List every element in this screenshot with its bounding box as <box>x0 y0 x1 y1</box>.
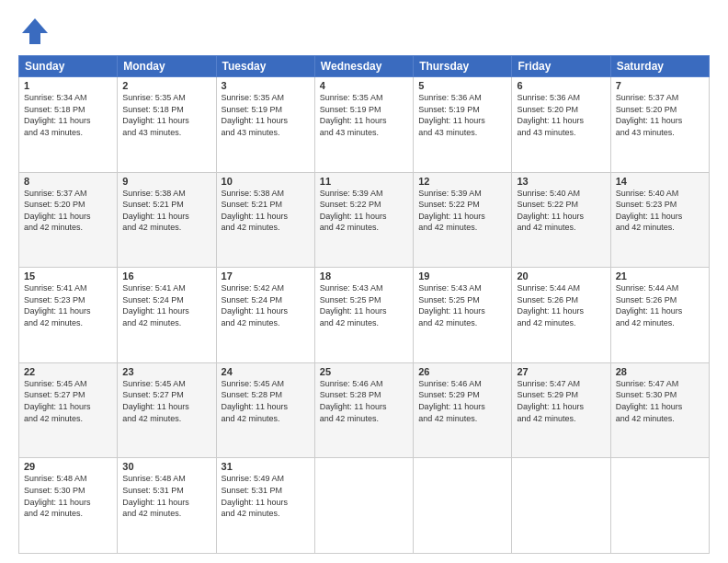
calendar-day-cell: 21Sunrise: 5:44 AM Sunset: 5:26 PM Dayli… <box>610 268 709 363</box>
calendar-day-cell: 29Sunrise: 5:48 AM Sunset: 5:30 PM Dayli… <box>19 458 118 554</box>
day-number: 17 <box>222 270 310 282</box>
day-number: 3 <box>222 80 310 91</box>
day-info: Sunrise: 5:41 AM Sunset: 5:24 PM Dayligh… <box>122 282 210 328</box>
day-info: Sunrise: 5:48 AM Sunset: 5:31 PM Dayligh… <box>122 473 210 519</box>
calendar-day-cell: 30Sunrise: 5:48 AM Sunset: 5:31 PM Dayli… <box>118 458 216 554</box>
calendar-day-cell: 13Sunrise: 5:40 AM Sunset: 5:22 PM Dayli… <box>512 172 610 268</box>
day-number: 19 <box>418 270 506 282</box>
day-info: Sunrise: 5:46 AM Sunset: 5:29 PM Dayligh… <box>418 378 506 424</box>
calendar-day-cell: 8Sunrise: 5:37 AM Sunset: 5:20 PM Daylig… <box>19 172 118 268</box>
logo-icon <box>18 15 51 48</box>
calendar-week-row: 15Sunrise: 5:41 AM Sunset: 5:23 PM Dayli… <box>19 268 710 363</box>
svg-marker-0 <box>22 18 48 44</box>
day-info: Sunrise: 5:38 AM Sunset: 5:21 PM Dayligh… <box>222 188 310 234</box>
day-info: Sunrise: 5:43 AM Sunset: 5:25 PM Dayligh… <box>320 282 408 328</box>
day-number: 14 <box>616 176 704 187</box>
day-info: Sunrise: 5:35 AM Sunset: 5:19 PM Dayligh… <box>320 92 408 138</box>
day-info: Sunrise: 5:49 AM Sunset: 5:31 PM Dayligh… <box>222 473 310 519</box>
calendar-day-cell: 31Sunrise: 5:49 AM Sunset: 5:31 PM Dayli… <box>216 458 314 554</box>
calendar-table: SundayMondayTuesdayWednesdayThursdayFrid… <box>18 55 710 554</box>
calendar-day-cell: 1Sunrise: 5:34 AM Sunset: 5:18 PM Daylig… <box>19 77 118 173</box>
day-number: 7 <box>616 80 704 91</box>
calendar-day-cell: 27Sunrise: 5:47 AM Sunset: 5:29 PM Dayli… <box>512 362 610 458</box>
day-info: Sunrise: 5:43 AM Sunset: 5:25 PM Dayligh… <box>418 282 506 328</box>
day-number: 28 <box>616 366 704 377</box>
day-number: 8 <box>24 176 112 187</box>
calendar-week-row: 22Sunrise: 5:45 AM Sunset: 5:27 PM Dayli… <box>19 362 710 458</box>
calendar-week-row: 29Sunrise: 5:48 AM Sunset: 5:30 PM Dayli… <box>19 458 710 554</box>
day-info: Sunrise: 5:45 AM Sunset: 5:27 PM Dayligh… <box>122 378 210 424</box>
calendar-day-cell <box>610 458 709 554</box>
calendar-day-cell: 4Sunrise: 5:35 AM Sunset: 5:19 PM Daylig… <box>314 77 413 173</box>
calendar-day-cell: 22Sunrise: 5:45 AM Sunset: 5:27 PM Dayli… <box>19 362 118 458</box>
day-number: 12 <box>418 176 506 187</box>
calendar-day-cell: 26Sunrise: 5:46 AM Sunset: 5:29 PM Dayli… <box>414 362 512 458</box>
calendar-day-cell: 24Sunrise: 5:45 AM Sunset: 5:28 PM Dayli… <box>216 362 314 458</box>
calendar-day-cell: 11Sunrise: 5:39 AM Sunset: 5:22 PM Dayli… <box>314 172 413 268</box>
day-info: Sunrise: 5:42 AM Sunset: 5:24 PM Dayligh… <box>222 282 310 328</box>
day-number: 26 <box>418 366 506 377</box>
calendar-day-cell: 15Sunrise: 5:41 AM Sunset: 5:23 PM Dayli… <box>19 268 118 363</box>
day-info: Sunrise: 5:35 AM Sunset: 5:18 PM Dayligh… <box>122 92 210 138</box>
calendar-day-cell: 17Sunrise: 5:42 AM Sunset: 5:24 PM Dayli… <box>216 268 314 363</box>
day-number: 31 <box>222 461 310 472</box>
day-number: 5 <box>418 80 506 91</box>
day-info: Sunrise: 5:36 AM Sunset: 5:19 PM Dayligh… <box>418 92 506 138</box>
day-of-week-header: Thursday <box>414 56 512 77</box>
calendar-day-cell: 10Sunrise: 5:38 AM Sunset: 5:21 PM Dayli… <box>216 172 314 268</box>
day-number: 15 <box>24 270 112 282</box>
day-number: 13 <box>517 176 605 187</box>
day-of-week-header: Monday <box>118 56 216 77</box>
day-number: 24 <box>222 366 310 377</box>
day-info: Sunrise: 5:35 AM Sunset: 5:19 PM Dayligh… <box>222 92 310 138</box>
header <box>18 15 710 48</box>
day-number: 29 <box>24 461 112 472</box>
day-info: Sunrise: 5:45 AM Sunset: 5:27 PM Dayligh… <box>24 378 112 424</box>
day-info: Sunrise: 5:46 AM Sunset: 5:28 PM Dayligh… <box>320 378 408 424</box>
day-of-week-header: Sunday <box>19 56 118 77</box>
calendar-header-row: SundayMondayTuesdayWednesdayThursdayFrid… <box>19 56 710 77</box>
calendar-day-cell: 9Sunrise: 5:38 AM Sunset: 5:21 PM Daylig… <box>118 172 216 268</box>
calendar-day-cell: 14Sunrise: 5:40 AM Sunset: 5:23 PM Dayli… <box>610 172 709 268</box>
day-number: 20 <box>517 270 605 282</box>
day-info: Sunrise: 5:37 AM Sunset: 5:20 PM Dayligh… <box>24 188 112 234</box>
day-info: Sunrise: 5:38 AM Sunset: 5:21 PM Dayligh… <box>122 188 210 234</box>
day-number: 4 <box>320 80 408 91</box>
calendar-day-cell: 19Sunrise: 5:43 AM Sunset: 5:25 PM Dayli… <box>414 268 512 363</box>
calendar-day-cell: 6Sunrise: 5:36 AM Sunset: 5:20 PM Daylig… <box>512 77 610 173</box>
calendar-day-cell: 3Sunrise: 5:35 AM Sunset: 5:19 PM Daylig… <box>216 77 314 173</box>
day-info: Sunrise: 5:47 AM Sunset: 5:30 PM Dayligh… <box>616 378 704 424</box>
day-number: 2 <box>122 80 210 91</box>
calendar-day-cell: 28Sunrise: 5:47 AM Sunset: 5:30 PM Dayli… <box>610 362 709 458</box>
calendar-week-row: 1Sunrise: 5:34 AM Sunset: 5:18 PM Daylig… <box>19 77 710 173</box>
day-number: 6 <box>517 80 605 91</box>
day-number: 9 <box>122 176 210 187</box>
calendar-day-cell <box>512 458 610 554</box>
calendar-day-cell: 16Sunrise: 5:41 AM Sunset: 5:24 PM Dayli… <box>118 268 216 363</box>
day-info: Sunrise: 5:47 AM Sunset: 5:29 PM Dayligh… <box>517 378 605 424</box>
day-info: Sunrise: 5:41 AM Sunset: 5:23 PM Dayligh… <box>24 282 112 328</box>
page: SundayMondayTuesdayWednesdayThursdayFrid… <box>0 0 728 563</box>
day-info: Sunrise: 5:44 AM Sunset: 5:26 PM Dayligh… <box>517 282 605 328</box>
day-number: 11 <box>320 176 408 187</box>
day-of-week-header: Tuesday <box>216 56 314 77</box>
day-info: Sunrise: 5:39 AM Sunset: 5:22 PM Dayligh… <box>320 188 408 234</box>
day-number: 27 <box>517 366 605 377</box>
calendar-day-cell: 2Sunrise: 5:35 AM Sunset: 5:18 PM Daylig… <box>118 77 216 173</box>
calendar-day-cell <box>414 458 512 554</box>
day-info: Sunrise: 5:45 AM Sunset: 5:28 PM Dayligh… <box>222 378 310 424</box>
day-of-week-header: Saturday <box>610 56 709 77</box>
calendar-week-row: 8Sunrise: 5:37 AM Sunset: 5:20 PM Daylig… <box>19 172 710 268</box>
day-info: Sunrise: 5:40 AM Sunset: 5:22 PM Dayligh… <box>517 188 605 234</box>
day-info: Sunrise: 5:40 AM Sunset: 5:23 PM Dayligh… <box>616 188 704 234</box>
day-number: 21 <box>616 270 704 282</box>
day-number: 22 <box>24 366 112 377</box>
calendar-day-cell: 5Sunrise: 5:36 AM Sunset: 5:19 PM Daylig… <box>414 77 512 173</box>
calendar-day-cell: 25Sunrise: 5:46 AM Sunset: 5:28 PM Dayli… <box>314 362 413 458</box>
day-number: 1 <box>24 80 112 91</box>
day-number: 16 <box>122 270 210 282</box>
day-number: 23 <box>122 366 210 377</box>
calendar-day-cell: 12Sunrise: 5:39 AM Sunset: 5:22 PM Dayli… <box>414 172 512 268</box>
calendar-day-cell: 20Sunrise: 5:44 AM Sunset: 5:26 PM Dayli… <box>512 268 610 363</box>
calendar-day-cell <box>314 458 413 554</box>
